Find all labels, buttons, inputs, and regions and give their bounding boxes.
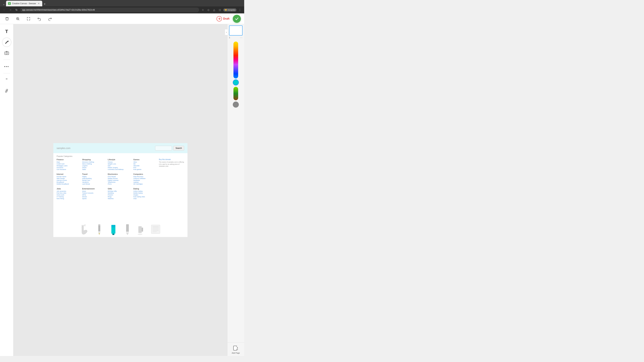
page-number-row: 1 ··· (229, 36, 242, 39)
add-page-label: Add Page (232, 352, 240, 354)
sidebar-separator-2 (3, 73, 10, 73)
color-palette (228, 40, 244, 343)
profile-button[interactable]: △ (212, 7, 216, 12)
canvas-area[interactable]: samples.com Search Popular Categories Fi… (14, 24, 227, 356)
left-sidebar: T ••• (0, 24, 14, 356)
svg-rect-23 (234, 346, 237, 350)
right-panel: › ··· 1 ··· (227, 24, 244, 356)
pen-tool[interactable] (2, 37, 12, 47)
svg-rect-19 (152, 228, 159, 228)
webpage-domain: samples.com (57, 147, 70, 149)
draft-icon (216, 16, 222, 21)
svg-rect-20 (152, 229, 159, 229)
webpage-preview: samples.com Search (53, 143, 188, 153)
category-travel: Travel Flights Hotel Booking Rental Cars… (82, 173, 104, 185)
category-electronics: Electronics DVD Rental Mobile Phones Dig… (108, 173, 130, 185)
camera-tool[interactable] (2, 48, 12, 58)
warm-cool-gradient[interactable] (234, 41, 238, 78)
back-button[interactable]: ← (2, 7, 7, 12)
gray-color-dot[interactable] (233, 102, 239, 108)
page-options-btn[interactable]: ··· (240, 36, 242, 39)
svg-rect-5 (84, 224, 86, 226)
incognito-badge: 😿 Incognito (223, 8, 236, 11)
reload-button[interactable]: ↻ (14, 7, 19, 12)
category-shopping: Shopping Womens Clothing Mens Clothing L… (82, 159, 104, 170)
svg-rect-7 (98, 231, 100, 233)
thick-marker-tool[interactable] (121, 223, 134, 236)
top-toolbar: Draft (0, 13, 244, 24)
maximize-button[interactable]: ◻ (218, 7, 222, 12)
svg-point-1 (8, 41, 8, 42)
quote-tool[interactable]: " (2, 75, 12, 85)
categories-row-3: Jobs Job vacancies Part time Jobs Home w… (57, 188, 184, 200)
svg-rect-11 (112, 234, 114, 235)
page-number: 1 (229, 36, 230, 38)
tab-switcher[interactable]: ⌄ (1, 2, 6, 6)
delete-button[interactable] (3, 15, 11, 22)
popular-cats-title: Popular Categories (57, 155, 184, 157)
extensions-button[interactable]: ◇ (206, 7, 211, 12)
marker-tool[interactable] (107, 223, 120, 236)
selected-color-dot[interactable] (233, 79, 239, 85)
add-page-button[interactable]: Add Page (228, 343, 244, 356)
address-input[interactable] (20, 7, 199, 12)
category-finance: Finance Dept Credit Card Mortgage Loans … (57, 159, 79, 170)
link-tool[interactable] (2, 86, 12, 95)
buy-domain-box: Buy this domain The owner of samples.com… (159, 159, 184, 170)
incognito-icon: 😿 (224, 9, 227, 11)
webpage-header: samples.com Search (53, 143, 188, 153)
new-tab-button[interactable]: + (42, 2, 47, 6)
hand-tool[interactable] (78, 223, 92, 236)
svg-rect-14 (138, 226, 142, 233)
svg-rect-15 (142, 228, 143, 232)
more-button[interactable]: ⋮ (238, 7, 242, 12)
incognito-label: Incognito (228, 9, 235, 11)
undo-button[interactable] (36, 15, 43, 22)
svg-rect-8 (98, 224, 100, 226)
eraser-tool[interactable] (135, 223, 148, 236)
webpage-search-input[interactable] (155, 146, 172, 150)
forward-button[interactable]: → (8, 7, 13, 12)
svg-point-16 (138, 234, 142, 235)
add-page-icon (232, 345, 240, 352)
svg-rect-13 (126, 232, 129, 233)
category-computers: Computers Data Recovery Antivirus Softwa… (133, 173, 156, 185)
text-tool[interactable]: T (2, 27, 12, 36)
categories-row-1: Finance Dept Credit Card Mortgage Loans … (57, 159, 184, 170)
submit-button[interactable] (233, 15, 241, 23)
svg-rect-10 (111, 225, 116, 227)
tab-close-btn[interactable]: ✕ (37, 2, 40, 5)
webpage-search-btn[interactable]: Search (173, 146, 184, 150)
tab-bar: ⌄ S Creative Canvas - Seesaw ✕ + (0, 0, 244, 6)
webpage-search-bar: Search (155, 146, 184, 150)
canvas-page: samples.com Search Popular Categories Fi… (53, 143, 188, 237)
fullscreen-button[interactable] (25, 15, 32, 22)
categories-row-2: Internet Domain Name Web Design Internet… (57, 173, 184, 185)
panel-toggle-btn[interactable]: › (225, 29, 228, 35)
draft-button[interactable]: Draft (216, 16, 230, 21)
svg-rect-18 (152, 226, 159, 227)
svg-rect-22 (152, 232, 157, 232)
redo-button[interactable] (46, 15, 54, 22)
buy-domain-spacer (159, 173, 184, 185)
category-internet: Internet Domain Name Web Design Internet… (57, 173, 79, 185)
svg-rect-9 (111, 227, 116, 234)
browser-tab[interactable]: S Creative Canvas - Seesaw ✕ (6, 1, 42, 6)
more-tool[interactable]: ••• (2, 62, 12, 71)
browser-actions: ☆ ◇ △ ◻ 😿 Incognito ⋮ (200, 7, 242, 12)
zoom-in-button[interactable] (14, 15, 22, 22)
category-gifts: Gifts Birthday Gifts Wedding Flowers Rin… (108, 188, 130, 200)
tab-title: Creative Canvas - Seesaw (12, 2, 36, 5)
main-content: T ••• (0, 24, 244, 356)
drawing-tools-bar (75, 222, 166, 237)
bookmark-button[interactable]: ☆ (200, 7, 205, 12)
green-brown-gradient[interactable] (234, 87, 238, 100)
page-thumbnail[interactable]: ··· (229, 25, 242, 35)
browser-chrome: ⌄ S Creative Canvas - Seesaw ✕ + ← → ↻ ☆… (0, 0, 244, 13)
pencil-tool[interactable] (92, 223, 106, 236)
chalk-tool[interactable] (149, 223, 162, 236)
page-thumb-dots: ··· (239, 26, 242, 29)
app-body: Draft T (0, 13, 244, 356)
category-dating: Dating Online Dating Mobile Dating Singl… (133, 188, 156, 200)
spacer3 (159, 188, 184, 200)
